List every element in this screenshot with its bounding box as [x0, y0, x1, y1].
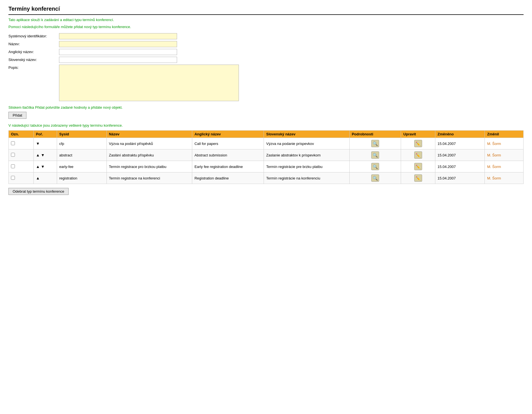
magnifier-button[interactable]: 🔍	[371, 139, 380, 148]
zmenil-link[interactable]: M. Šorm	[487, 165, 501, 169]
input-slovensky[interactable]	[59, 57, 177, 63]
label-slovensky: Slovenský název:	[8, 57, 59, 62]
slovensky-cell: Termín registrácie na konferenciu	[264, 172, 349, 184]
magnifier-button[interactable]: 🔍	[371, 174, 380, 182]
input-sysid[interactable]	[59, 33, 177, 39]
podrobnosti-cell: 🔍	[349, 161, 401, 172]
info-line1: Tato aplikace slouží k zadávání a editac…	[8, 18, 524, 22]
arrow-down-icon[interactable]: ▼	[41, 164, 45, 169]
form-row-anglicky: Anglický název:	[8, 49, 524, 55]
arrow-up-icon[interactable]: ▲	[36, 176, 40, 180]
edit-button[interactable]: ✏️	[414, 162, 423, 171]
order-arrows[interactable]: ▲ ▼	[33, 161, 57, 172]
zmeneno-cell: 15.04.2007	[435, 161, 485, 172]
table-row: ▼cfpVýzva na podání příspěvkůCall for pa…	[9, 138, 524, 149]
slovensky-cell: Termín registrácie pre brzku platbu	[264, 161, 349, 172]
nazev-cell: Termín registrace na konferenci	[107, 172, 192, 184]
row-checkbox[interactable]	[11, 176, 15, 180]
anglicky-cell: Abstract submission	[192, 149, 264, 161]
arrow-up-icon[interactable]: ▲	[36, 153, 40, 157]
table-row: ▲ ▼early-feeTermín registrace pro brzkou…	[9, 161, 524, 172]
th-zmenil: Změnil	[485, 131, 524, 138]
th-nazev: Název	[107, 131, 192, 138]
sysid-cell: cfp	[57, 138, 107, 149]
magnifier-button[interactable]: 🔍	[371, 162, 380, 171]
zmenil-cell: M. Šorm	[485, 138, 524, 149]
nazev-cell: Výzva na podání příspěvků	[107, 138, 192, 149]
zmenil-link[interactable]: M. Šorm	[487, 176, 501, 180]
textarea-popis[interactable]	[59, 65, 239, 101]
nazev-cell: Termín registrace pro brzkou platbu	[107, 161, 192, 172]
upravit-cell: ✏️	[401, 138, 435, 149]
arrow-down-icon[interactable]: ▼	[41, 153, 45, 157]
add-button[interactable]: Přidat	[8, 112, 26, 119]
form-row-sysid: Systémový identifikátor:	[8, 33, 524, 39]
magnifier-icon: 🔍	[371, 151, 379, 159]
table-row: ▲registrationTermín registrace na konfer…	[9, 172, 524, 184]
anglicky-cell: Registration deadline	[192, 172, 264, 184]
sysid-cell: registration	[57, 172, 107, 184]
magnifier-icon: 🔍	[371, 163, 379, 170]
edit-icon: ✏️	[414, 163, 422, 170]
sysid-cell: early-fee	[57, 161, 107, 172]
zmeneno-cell: 15.04.2007	[435, 138, 485, 149]
row-checkbox[interactable]	[11, 164, 15, 168]
form-row-popis: Popis:	[8, 65, 524, 101]
table-info: V následující tabulce jsou zobrazeny veš…	[8, 123, 524, 128]
row-checkbox[interactable]	[11, 141, 15, 145]
th-podrobnosti: Podrobnosti	[349, 131, 401, 138]
zmeneno-cell: 15.04.2007	[435, 172, 485, 184]
order-arrows[interactable]: ▲	[33, 172, 57, 184]
row-checkbox[interactable]	[11, 153, 15, 157]
label-nazev: Název:	[8, 41, 59, 46]
page-title: Termíny konferencí	[8, 6, 524, 15]
label-sysid: Systémový identifikátor:	[8, 33, 59, 38]
zmenil-link[interactable]: M. Šorm	[487, 142, 501, 146]
input-nazev[interactable]	[59, 41, 177, 47]
conference-terms-table: Ozn. Poř. Sysid Název Anglický název Slo…	[8, 130, 524, 184]
magnifier-icon: 🔍	[371, 174, 379, 182]
anglicky-cell: Call for papers	[192, 138, 264, 149]
arrow-down-icon[interactable]: ▼	[36, 141, 40, 146]
th-por: Poř.	[33, 131, 57, 138]
edit-button[interactable]: ✏️	[414, 139, 423, 148]
th-zmeneno: Změněno	[435, 131, 485, 138]
upravit-cell: ✏️	[401, 172, 435, 184]
slovensky-cell: Zaslanie abstraktov k príspevkom	[264, 149, 349, 161]
magnifier-button[interactable]: 🔍	[371, 151, 380, 159]
label-popis: Popis:	[8, 65, 59, 70]
th-sysid: Sysid	[57, 131, 107, 138]
table-header-row: Ozn. Poř. Sysid Název Anglický název Slo…	[9, 131, 524, 138]
podrobnosti-cell: 🔍	[349, 149, 401, 161]
anglicky-cell: Early fee registration deadline	[192, 161, 264, 172]
zmenil-cell: M. Šorm	[485, 172, 524, 184]
input-anglicky[interactable]	[59, 49, 177, 55]
zmeneno-cell: 15.04.2007	[435, 149, 485, 161]
zmenil-cell: M. Šorm	[485, 161, 524, 172]
label-anglicky: Anglický název:	[8, 49, 59, 54]
th-slovensky: Slovenský název	[264, 131, 349, 138]
action-text: Stiskem tlačítka Přidat potvrdíte zadané…	[8, 105, 524, 110]
slovensky-cell: Výzva na podanie príspevkov	[264, 138, 349, 149]
edit-button[interactable]: ✏️	[414, 151, 423, 159]
order-arrows[interactable]: ▼	[33, 138, 57, 149]
nazev-cell: Zaslání abstraktu příspěvku	[107, 149, 192, 161]
magnifier-icon: 🔍	[371, 140, 379, 147]
arrow-up-icon[interactable]: ▲	[36, 164, 40, 169]
th-ozn: Ozn.	[9, 131, 34, 138]
info-line2: Pomocí následujícího formuláře můžete př…	[8, 25, 524, 29]
order-arrows[interactable]: ▲ ▼	[33, 149, 57, 161]
th-upravit: Upravit	[401, 131, 435, 138]
podrobnosti-cell: 🔍	[349, 172, 401, 184]
form-row-slovensky: Slovenský název:	[8, 57, 524, 63]
edit-button[interactable]: ✏️	[414, 174, 423, 182]
form-row-nazev: Název:	[8, 41, 524, 47]
edit-icon: ✏️	[414, 151, 422, 159]
zmenil-cell: M. Šorm	[485, 149, 524, 161]
zmenil-link[interactable]: M. Šorm	[487, 153, 501, 157]
th-anglicky: Anglický název	[192, 131, 264, 138]
remove-button[interactable]: Odebrat typ termínu konference	[8, 188, 69, 195]
edit-icon: ✏️	[414, 174, 422, 182]
podrobnosti-cell: 🔍	[349, 138, 401, 149]
edit-icon: ✏️	[414, 140, 422, 147]
